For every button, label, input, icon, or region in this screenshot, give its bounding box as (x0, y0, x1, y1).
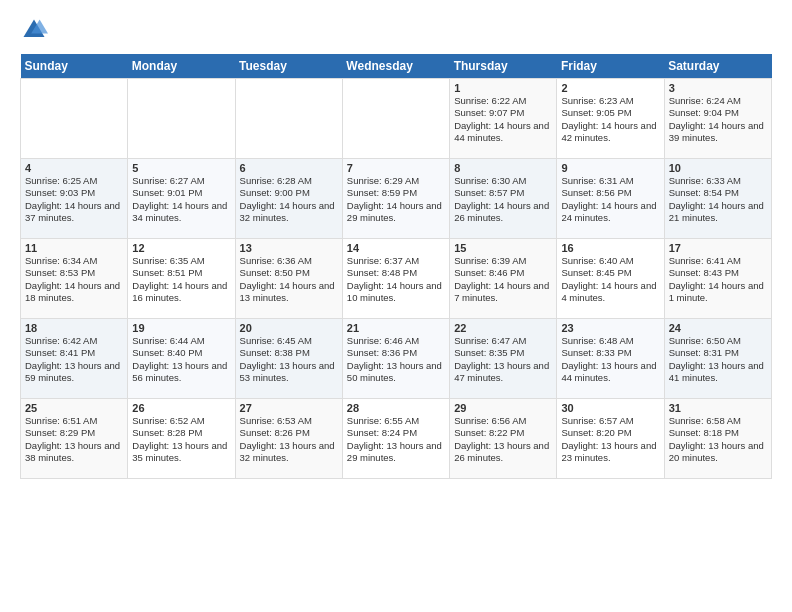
day-info-line: Sunset: 8:59 PM (347, 187, 445, 199)
day-info-line: Daylight: 13 hours and 47 minutes. (454, 360, 552, 385)
day-info-line: Sunset: 8:56 PM (561, 187, 659, 199)
day-info-line: Sunset: 8:54 PM (669, 187, 767, 199)
day-number: 6 (240, 162, 338, 174)
day-info-line: Sunset: 8:24 PM (347, 427, 445, 439)
day-number: 26 (132, 402, 230, 414)
day-info-line: Sunset: 8:57 PM (454, 187, 552, 199)
day-header-sunday: Sunday (21, 54, 128, 79)
logo-icon (20, 16, 48, 44)
day-info-line: Sunrise: 6:25 AM (25, 175, 123, 187)
day-number: 1 (454, 82, 552, 94)
calendar-cell: 20Sunrise: 6:45 AMSunset: 8:38 PMDayligh… (235, 319, 342, 399)
day-info-line: Sunrise: 6:31 AM (561, 175, 659, 187)
calendar-week-2: 4Sunrise: 6:25 AMSunset: 9:03 PMDaylight… (21, 159, 772, 239)
day-number: 10 (669, 162, 767, 174)
calendar-table: SundayMondayTuesdayWednesdayThursdayFrid… (20, 54, 772, 479)
page-header (20, 16, 772, 44)
day-info-line: Daylight: 13 hours and 20 minutes. (669, 440, 767, 465)
day-info-line: Daylight: 14 hours and 18 minutes. (25, 280, 123, 305)
day-header-friday: Friday (557, 54, 664, 79)
day-number: 20 (240, 322, 338, 334)
day-info-line: Daylight: 13 hours and 44 minutes. (561, 360, 659, 385)
day-info-line: Sunrise: 6:36 AM (240, 255, 338, 267)
calendar-cell: 23Sunrise: 6:48 AMSunset: 8:33 PMDayligh… (557, 319, 664, 399)
day-info-line: Sunrise: 6:46 AM (347, 335, 445, 347)
day-info-line: Sunrise: 6:40 AM (561, 255, 659, 267)
day-info-line: Sunset: 8:35 PM (454, 347, 552, 359)
day-info-line: Sunset: 8:45 PM (561, 267, 659, 279)
day-info-line: Sunrise: 6:55 AM (347, 415, 445, 427)
day-info-line: Daylight: 13 hours and 38 minutes. (25, 440, 123, 465)
calendar-cell: 30Sunrise: 6:57 AMSunset: 8:20 PMDayligh… (557, 399, 664, 479)
day-info-line: Sunrise: 6:58 AM (669, 415, 767, 427)
day-number: 18 (25, 322, 123, 334)
page-container: SundayMondayTuesdayWednesdayThursdayFrid… (0, 0, 792, 489)
calendar-cell: 1Sunrise: 6:22 AMSunset: 9:07 PMDaylight… (450, 79, 557, 159)
day-number: 4 (25, 162, 123, 174)
day-number: 19 (132, 322, 230, 334)
calendar-week-1: 1Sunrise: 6:22 AMSunset: 9:07 PMDaylight… (21, 79, 772, 159)
day-number: 9 (561, 162, 659, 174)
day-info-line: Sunrise: 6:37 AM (347, 255, 445, 267)
calendar-cell: 5Sunrise: 6:27 AMSunset: 9:01 PMDaylight… (128, 159, 235, 239)
day-header-wednesday: Wednesday (342, 54, 449, 79)
day-info-line: Daylight: 13 hours and 23 minutes. (561, 440, 659, 465)
day-info-line: Daylight: 14 hours and 34 minutes. (132, 200, 230, 225)
day-info-line: Sunset: 8:43 PM (669, 267, 767, 279)
calendar-body: 1Sunrise: 6:22 AMSunset: 9:07 PMDaylight… (21, 79, 772, 479)
calendar-cell: 13Sunrise: 6:36 AMSunset: 8:50 PMDayligh… (235, 239, 342, 319)
day-info-line: Sunrise: 6:45 AM (240, 335, 338, 347)
day-info-line: Sunset: 8:28 PM (132, 427, 230, 439)
day-info-line: Sunset: 8:53 PM (25, 267, 123, 279)
calendar-cell: 17Sunrise: 6:41 AMSunset: 8:43 PMDayligh… (664, 239, 771, 319)
day-info-line: Daylight: 13 hours and 29 minutes. (347, 440, 445, 465)
day-number: 3 (669, 82, 767, 94)
calendar-cell: 16Sunrise: 6:40 AMSunset: 8:45 PMDayligh… (557, 239, 664, 319)
day-info-line: Daylight: 14 hours and 1 minute. (669, 280, 767, 305)
calendar-cell: 31Sunrise: 6:58 AMSunset: 8:18 PMDayligh… (664, 399, 771, 479)
day-info-line: Daylight: 14 hours and 26 minutes. (454, 200, 552, 225)
day-info-line: Sunset: 8:51 PM (132, 267, 230, 279)
calendar-header-row: SundayMondayTuesdayWednesdayThursdayFrid… (21, 54, 772, 79)
day-number: 7 (347, 162, 445, 174)
day-info-line: Sunrise: 6:22 AM (454, 95, 552, 107)
day-header-thursday: Thursday (450, 54, 557, 79)
day-info-line: Sunrise: 6:35 AM (132, 255, 230, 267)
day-info-line: Sunrise: 6:34 AM (25, 255, 123, 267)
day-info-line: Sunset: 8:38 PM (240, 347, 338, 359)
calendar-week-5: 25Sunrise: 6:51 AMSunset: 8:29 PMDayligh… (21, 399, 772, 479)
day-header-monday: Monday (128, 54, 235, 79)
day-info-line: Sunrise: 6:47 AM (454, 335, 552, 347)
day-number: 5 (132, 162, 230, 174)
day-info-line: Daylight: 14 hours and 39 minutes. (669, 120, 767, 145)
day-number: 31 (669, 402, 767, 414)
day-number: 14 (347, 242, 445, 254)
calendar-cell: 4Sunrise: 6:25 AMSunset: 9:03 PMDaylight… (21, 159, 128, 239)
calendar-cell: 25Sunrise: 6:51 AMSunset: 8:29 PMDayligh… (21, 399, 128, 479)
calendar-cell: 11Sunrise: 6:34 AMSunset: 8:53 PMDayligh… (21, 239, 128, 319)
day-info-line: Sunset: 8:18 PM (669, 427, 767, 439)
day-info-line: Sunset: 9:01 PM (132, 187, 230, 199)
day-info-line: Sunset: 9:00 PM (240, 187, 338, 199)
day-info-line: Sunset: 8:36 PM (347, 347, 445, 359)
day-header-tuesday: Tuesday (235, 54, 342, 79)
day-info-line: Daylight: 14 hours and 44 minutes. (454, 120, 552, 145)
calendar-cell: 19Sunrise: 6:44 AMSunset: 8:40 PMDayligh… (128, 319, 235, 399)
day-number: 11 (25, 242, 123, 254)
day-info-line: Sunset: 8:46 PM (454, 267, 552, 279)
day-info-line: Sunrise: 6:33 AM (669, 175, 767, 187)
calendar-cell: 28Sunrise: 6:55 AMSunset: 8:24 PMDayligh… (342, 399, 449, 479)
calendar-cell: 7Sunrise: 6:29 AMSunset: 8:59 PMDaylight… (342, 159, 449, 239)
day-number: 13 (240, 242, 338, 254)
calendar-cell: 15Sunrise: 6:39 AMSunset: 8:46 PMDayligh… (450, 239, 557, 319)
calendar-cell: 27Sunrise: 6:53 AMSunset: 8:26 PMDayligh… (235, 399, 342, 479)
day-info-line: Daylight: 14 hours and 7 minutes. (454, 280, 552, 305)
day-number: 29 (454, 402, 552, 414)
day-number: 8 (454, 162, 552, 174)
day-info-line: Daylight: 14 hours and 37 minutes. (25, 200, 123, 225)
day-info-line: Sunrise: 6:39 AM (454, 255, 552, 267)
calendar-cell: 3Sunrise: 6:24 AMSunset: 9:04 PMDaylight… (664, 79, 771, 159)
day-info-line: Sunrise: 6:48 AM (561, 335, 659, 347)
day-info-line: Sunset: 8:20 PM (561, 427, 659, 439)
day-info-line: Sunrise: 6:23 AM (561, 95, 659, 107)
